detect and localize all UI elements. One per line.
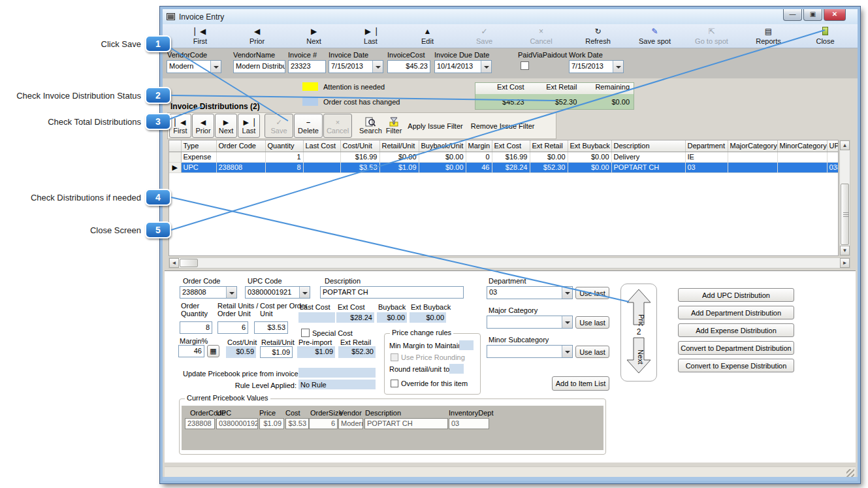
invoice-cost-field[interactable]: $45.23 xyxy=(387,60,430,73)
dist-filter-button[interactable]: Filter xyxy=(386,114,402,138)
calculator-button[interactable]: ▦ xyxy=(207,345,219,357)
order-quantity-field[interactable]: 8 xyxy=(180,321,212,334)
cancel-button-main: × Cancel xyxy=(513,24,570,48)
chevron-down-icon[interactable] xyxy=(372,61,383,73)
buyback-field: $0.00 xyxy=(377,312,407,323)
upc-code-combo[interactable]: 03800001921 xyxy=(245,286,310,299)
minimize-button[interactable]: — xyxy=(783,9,802,21)
dist-first-button[interactable]: ◀ First xyxy=(169,114,191,138)
work-date-combo[interactable]: 7/15/2013 xyxy=(569,60,624,73)
distributions-grid[interactable]: Type Order Code Quantity Last Cost Cost/… xyxy=(169,140,839,256)
add-expense-distribution-button[interactable]: Add Expense Distribution xyxy=(678,323,794,337)
add-to-item-list-button[interactable]: Add to Item List xyxy=(552,376,609,391)
retail-unit-field[interactable]: $1.09 xyxy=(260,346,293,358)
col-ext-buyback[interactable]: Ext Buyback xyxy=(568,140,611,152)
retail-units-field[interactable]: 6 xyxy=(217,321,248,334)
col-buyback-unit[interactable]: Buyback/Unit xyxy=(419,140,466,152)
col-quantity[interactable]: Quantity xyxy=(265,140,303,152)
invoice-date-combo[interactable]: 7/15/2013 xyxy=(329,60,383,73)
save-spot-button[interactable]: ✎ Save spot xyxy=(626,24,683,48)
grid-header-row[interactable]: Type Order Code Quantity Last Cost Cost/… xyxy=(169,140,839,152)
col-minor-category[interactable]: MinorCategory xyxy=(777,140,827,152)
dist-prior-button[interactable]: ◀ Prior xyxy=(192,114,214,138)
override-checkbox[interactable] xyxy=(391,380,398,387)
order-cost-swatch xyxy=(302,97,318,106)
scroll-up-icon[interactable]: ▲ xyxy=(840,140,850,150)
chevron-down-icon[interactable] xyxy=(226,287,236,298)
description-field[interactable]: POPTART CH xyxy=(320,286,464,299)
prior-button[interactable]: ◀ Prior xyxy=(229,24,285,48)
close-window-button[interactable]: ✕ xyxy=(824,9,846,21)
invoice-due-date-combo[interactable]: 10/14/2013 xyxy=(434,60,492,73)
refresh-button[interactable]: ↻ Refresh xyxy=(570,24,626,48)
col-department[interactable]: Department xyxy=(685,140,728,152)
col-retail-unit[interactable]: Retail/Unit xyxy=(379,140,419,152)
col-type[interactable]: Type xyxy=(181,140,216,152)
horizontal-scroll-thumb[interactable] xyxy=(180,259,198,267)
col-ext-cost[interactable]: Ext Cost xyxy=(492,140,530,152)
last-button[interactable]: ▶ Last xyxy=(342,24,399,48)
major-category-combo[interactable] xyxy=(487,316,573,329)
chevron-down-icon[interactable] xyxy=(562,346,572,357)
use-last-major-button[interactable]: Use last xyxy=(575,316,609,329)
vendor-code-combo[interactable]: Modern xyxy=(167,60,221,73)
add-department-distribution-button[interactable]: Add Department Distribution xyxy=(678,306,794,319)
special-cost-checkbox[interactable] xyxy=(301,329,310,337)
vendor-name-field[interactable]: Modern Distribu xyxy=(233,60,285,73)
edit-button[interactable]: ▲ Edit xyxy=(399,24,456,48)
chevron-down-icon[interactable] xyxy=(562,287,572,299)
scroll-down-icon[interactable]: ▼ xyxy=(840,246,850,255)
col-margin[interactable]: Margin xyxy=(466,140,492,152)
col-last-cost[interactable]: Last Cost xyxy=(303,140,340,152)
margin-field[interactable]: 46 xyxy=(178,345,204,357)
table-row-selected[interactable]: ▶ UPC 238808 8 $3.53 $1.09 $0.00 46 $28.… xyxy=(169,162,839,172)
col-description[interactable]: Description xyxy=(611,140,685,152)
prior-arrow-icon[interactable]: Prior xyxy=(624,288,653,326)
reports-button[interactable]: ▤ Reports xyxy=(740,24,797,48)
scroll-right-icon[interactable]: ► xyxy=(840,258,850,268)
go-to-spot-button: ⇱ Go to spot xyxy=(683,24,740,48)
minor-subcategory-combo[interactable] xyxy=(487,345,573,358)
apply-issue-filter-button[interactable]: Apply Issue Filter xyxy=(404,114,466,138)
cost-per-order-unit-field[interactable]: $3.53 xyxy=(254,321,288,334)
col-cost-unit[interactable]: Cost/Unit xyxy=(340,140,379,152)
first-button[interactable]: ◀ First xyxy=(172,24,229,48)
remove-issue-filter-button[interactable]: Remove Issue Filter xyxy=(467,114,539,138)
chevron-down-icon[interactable] xyxy=(481,61,491,73)
chevron-down-icon[interactable] xyxy=(613,61,623,73)
use-last-minor-button[interactable]: Use last xyxy=(575,346,609,358)
next-arrow-icon[interactable]: Next xyxy=(624,336,653,374)
add-upc-distribution-button[interactable]: Add UPC Distribution xyxy=(678,288,794,302)
chevron-down-icon[interactable] xyxy=(299,287,310,298)
dist-last-button[interactable]: ▶ Last xyxy=(238,114,260,138)
order-code-combo[interactable]: 238808 xyxy=(180,286,237,299)
col-upc[interactable]: UPC xyxy=(827,140,839,152)
col-ext-retail[interactable]: Ext Retail xyxy=(530,140,568,152)
next-button[interactable]: ▶ Next xyxy=(285,24,342,48)
resize-grip[interactable] xyxy=(846,469,854,477)
dist-search-button[interactable]: Search xyxy=(359,114,382,138)
navigator-prior-label: Prior xyxy=(637,314,645,326)
title-bar[interactable]: Invoice Entry xyxy=(163,9,858,24)
invoice-date-label: Invoice Date xyxy=(329,51,368,59)
dist-delete-button[interactable]: – Delete xyxy=(294,114,323,138)
department-combo[interactable]: 03 xyxy=(487,286,573,299)
col-order-code[interactable]: Order Code xyxy=(216,140,265,152)
chevron-down-icon[interactable] xyxy=(210,61,221,73)
grid-horizontal-scrollbar[interactable]: ◄ ► xyxy=(169,257,850,268)
scroll-left-icon[interactable]: ◄ xyxy=(169,258,179,268)
use-last-department-button[interactable]: Use last xyxy=(575,287,609,299)
convert-to-department-distribution-button[interactable]: Convert to Department Distribution xyxy=(678,341,794,355)
chevron-down-icon[interactable] xyxy=(562,316,572,328)
pb-cost-field: $3.53 xyxy=(285,418,309,429)
maximize-button[interactable]: ▣ xyxy=(803,9,822,21)
invoice-number-field[interactable]: 23323 xyxy=(288,60,326,73)
col-major-category[interactable]: MajorCategory xyxy=(728,140,777,152)
dist-next-button[interactable]: ▶ Next xyxy=(215,114,237,138)
convert-to-expense-distribution-button[interactable]: Convert to Expense Distribution xyxy=(678,359,794,372)
close-button[interactable]: Close xyxy=(797,24,854,48)
grid-vertical-scrollbar[interactable]: ▲ ▼ xyxy=(839,140,850,256)
paid-via-paidout-checkbox[interactable] xyxy=(521,61,529,70)
vertical-scroll-thumb[interactable] xyxy=(841,184,849,245)
table-row[interactable]: Expense 1 $16.99 $0.00 $0.00 0 $16.99 $0… xyxy=(169,152,839,162)
